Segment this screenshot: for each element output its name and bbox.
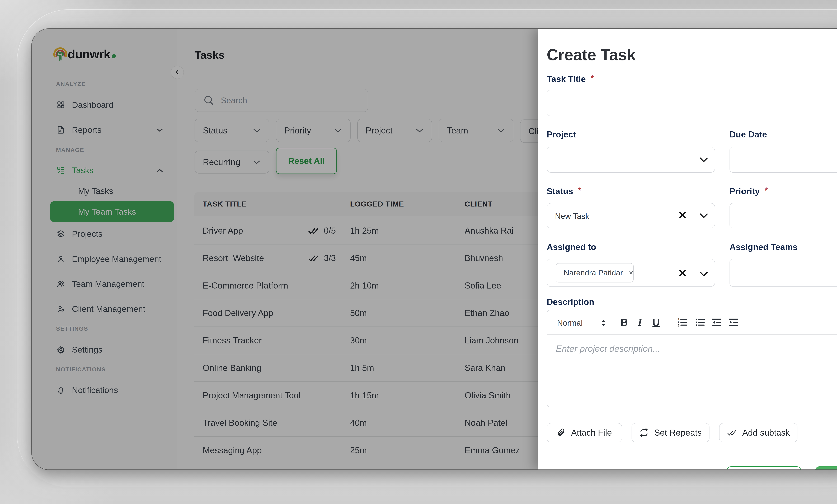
svg-text:3: 3: [678, 324, 679, 327]
